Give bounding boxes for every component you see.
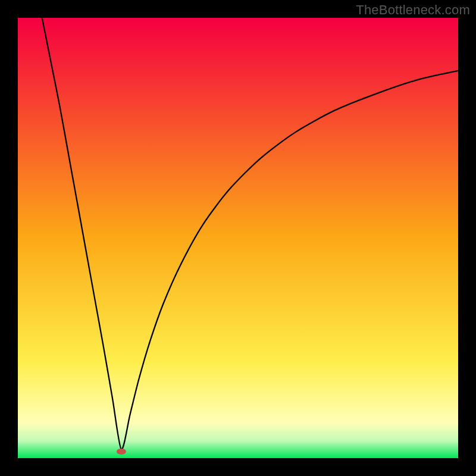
watermark-text: TheBottleneck.com (356, 2, 470, 18)
bottleneck-chart (18, 18, 458, 458)
minimum-marker (117, 449, 126, 455)
chart-frame: TheBottleneck.com (0, 0, 476, 476)
